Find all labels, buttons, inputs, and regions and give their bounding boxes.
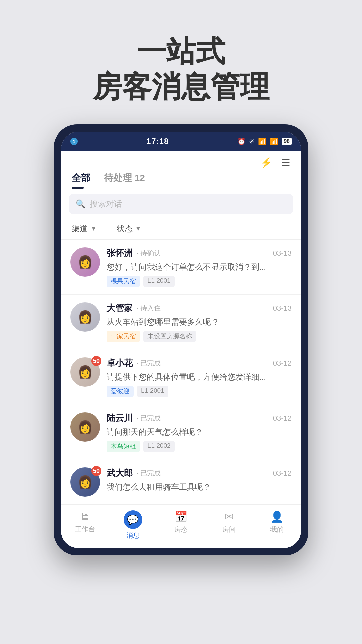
- conv-tag-room: L1 2002: [143, 441, 175, 452]
- conv-content: 卓小花 · 已完成 03-12 请提供下您的具体位置吧，方便给您发详细... 爱…: [107, 357, 292, 397]
- alarm-icon: ⏰: [237, 137, 246, 145]
- conv-preview: 我们怎么去租用骑车工具呢？: [107, 482, 292, 492]
- conv-top-row: 陆云川 · 已完成 03-12: [107, 412, 292, 424]
- channel-filter-label: 渠道: [72, 223, 88, 234]
- phone-screen: 1 17:18 ⏰ ✳ 📶 📶 98 ⚡ ☰ 全部 待处理 1: [61, 132, 301, 548]
- messages-icon-bubble: 💬: [124, 510, 142, 529]
- conv-date: 03-13: [273, 304, 292, 313]
- conv-date: 03-12: [273, 414, 292, 423]
- avatar-wrap: 👩 50: [70, 467, 100, 497]
- tab-row: 全部 待处理 12: [72, 172, 290, 189]
- conv-name-area: 武大郎 · 已完成: [107, 467, 161, 479]
- status-filter[interactable]: 状态 ▼: [117, 223, 141, 234]
- hero-title-line1: 一站式: [0, 34, 362, 69]
- nav-item-workbench[interactable]: 🖥 工作台: [68, 510, 102, 540]
- conv-name: 卓小花: [107, 357, 133, 369]
- conv-top-row: 张怀洲 · 待确认 03-13: [107, 247, 292, 259]
- conv-name-area: 卓小花 · 已完成: [107, 357, 161, 369]
- conversation-item[interactable]: 👩 陆云川 · 已完成 03-12 请问那天的天气怎么样呢？ 木鸟短租 L: [61, 405, 301, 460]
- conv-date: 03-12: [273, 359, 292, 368]
- menu-icon[interactable]: ☰: [281, 157, 290, 168]
- nav-item-rooms[interactable]: ✉ 房间: [212, 510, 246, 540]
- nav-label-profile: 我的: [270, 525, 284, 534]
- nav-label-messages: 消息: [126, 531, 140, 540]
- bottom-nav: 🖥 工作台 💬 消息 📅 房态 ✉ 房间 👤 我的: [61, 504, 301, 548]
- conv-name: 陆云川: [107, 412, 133, 424]
- avatar-face-4: 👩: [78, 420, 93, 434]
- conv-name-area: 大管家 · 待入住: [107, 302, 161, 314]
- conv-preview: 从火车站到您哪里需要多久呢？: [107, 317, 292, 327]
- conv-name: 大管家: [107, 302, 133, 314]
- conv-tags: 棵果民宿 L1 2001: [107, 276, 292, 287]
- conv-name-area: 张怀洲 · 待确认: [107, 247, 161, 259]
- bluetooth-icon: ✳: [249, 137, 255, 145]
- status-filter-arrow: ▼: [135, 225, 141, 232]
- conv-top-row: 卓小花 · 已完成 03-12: [107, 357, 292, 369]
- conv-date: 03-13: [273, 249, 292, 258]
- workbench-icon: 🖥: [80, 510, 90, 523]
- nav-item-messages[interactable]: 💬 消息: [116, 510, 150, 540]
- status-filter-label: 状态: [117, 223, 133, 234]
- app-header: ⚡ ☰ 全部 待处理 12: [61, 151, 301, 189]
- conv-name-area: 陆云川 · 已完成: [107, 412, 161, 424]
- conv-tags: 爱彼迎 L1 2001: [107, 386, 292, 397]
- conv-preview: 请问那天的天气怎么样呢？: [107, 427, 292, 437]
- conv-status: · 已完成: [137, 359, 161, 368]
- avatar: 👩: [70, 412, 100, 442]
- hero-title-line2: 房客消息管理: [0, 69, 362, 105]
- conv-tag-channel: 棵果民宿: [107, 276, 140, 287]
- conversation-item[interactable]: 👩 50 卓小花 · 已完成 03-12 请提供下您的具体位置吧，方便给您发详细…: [61, 350, 301, 405]
- lightning-icon[interactable]: ⚡: [260, 157, 273, 168]
- conversation-item[interactable]: 👩 张怀洲 · 待确认 03-13 您好，请问我这个订单怎么不显示取消？到...…: [61, 240, 301, 295]
- nav-label-workbench: 工作台: [75, 525, 95, 534]
- avatar-face-3: 👩: [78, 365, 93, 379]
- profile-icon: 👤: [270, 510, 284, 523]
- avatar-wrap: 👩: [70, 302, 100, 332]
- avatar-face-5: 👩: [78, 475, 93, 489]
- conv-content: 大管家 · 待入住 03-13 从火车站到您哪里需要多久呢？ 一家民宿 未设置房…: [107, 302, 292, 342]
- conv-preview: 您好，请问我这个订单怎么不显示取消？到...: [107, 262, 292, 272]
- wifi-icon: 📶: [258, 137, 266, 145]
- signal-icon: 📶: [270, 137, 278, 145]
- conv-tag-room: L1 2001: [143, 276, 175, 287]
- phone-mockup: 1 17:18 ⏰ ✳ 📶 📶 98 ⚡ ☰ 全部 待处理 1: [54, 124, 308, 555]
- status-left: 1: [70, 138, 78, 145]
- conv-content: 陆云川 · 已完成 03-12 请问那天的天气怎么样呢？ 木鸟短租 L1 200…: [107, 412, 292, 452]
- search-icon: 🔍: [76, 199, 86, 209]
- rooms-icon: ✉: [225, 510, 234, 523]
- status-time: 17:18: [146, 137, 169, 146]
- conv-tag-channel: 爱彼迎: [107, 386, 134, 397]
- search-input-wrap[interactable]: 🔍 搜索对话: [69, 194, 293, 214]
- nav-label-calendar: 房态: [174, 525, 188, 534]
- channel-filter[interactable]: 渠道 ▼: [72, 223, 97, 234]
- conv-tags: 木鸟短租 L1 2002: [107, 441, 292, 452]
- tab-pending[interactable]: 待处理 12: [104, 172, 145, 189]
- nav-item-calendar[interactable]: 📅 房态: [164, 510, 198, 540]
- conv-tag-channel: 木鸟短租: [107, 441, 140, 452]
- conv-tag-room: 未设置房源名称: [143, 331, 196, 342]
- status-right: ⏰ ✳ 📶 📶 98: [237, 137, 292, 145]
- status-bar: 1 17:18 ⏰ ✳ 📶 📶 98: [61, 132, 301, 151]
- conv-tags: 一家民宿 未设置房源名称: [107, 331, 292, 342]
- conv-top-row: 武大郎 · 已完成 03-12: [107, 467, 292, 479]
- avatar-face-2: 👩: [78, 310, 93, 324]
- conv-date: 03-12: [273, 469, 292, 478]
- avatar-wrap: 👩: [70, 412, 100, 442]
- hero-section: 一站式 房客消息管理: [0, 0, 362, 124]
- header-icons: ⚡ ☰: [72, 157, 290, 168]
- search-placeholder: 搜索对话: [90, 199, 122, 209]
- conv-tag-channel: 一家民宿: [107, 331, 140, 342]
- search-bar-area: 🔍 搜索对话: [61, 189, 301, 219]
- conv-status: · 已完成: [137, 414, 161, 423]
- avatar-face-1: 👩: [78, 255, 93, 269]
- conversation-item[interactable]: 👩 50 武大郎 · 已完成 03-12 我们怎么去租用骑车工具呢？: [61, 460, 301, 504]
- conv-content: 武大郎 · 已完成 03-12 我们怎么去租用骑车工具呢？: [107, 467, 292, 496]
- tab-all[interactable]: 全部: [72, 172, 90, 189]
- calendar-icon: 📅: [174, 510, 188, 523]
- conversation-item[interactable]: 👩 大管家 · 待入住 03-13 从火车站到您哪里需要多久呢？ 一家民宿: [61, 295, 301, 350]
- filter-row: 渠道 ▼ 状态 ▼: [61, 219, 301, 240]
- conversation-list: 👩 张怀洲 · 待确认 03-13 您好，请问我这个订单怎么不显示取消？到...…: [61, 240, 301, 504]
- avatar-wrap: 👩 50: [70, 357, 100, 387]
- nav-item-profile[interactable]: 👤 我的: [260, 510, 294, 540]
- conv-content: 张怀洲 · 待确认 03-13 您好，请问我这个订单怎么不显示取消？到... 棵…: [107, 247, 292, 287]
